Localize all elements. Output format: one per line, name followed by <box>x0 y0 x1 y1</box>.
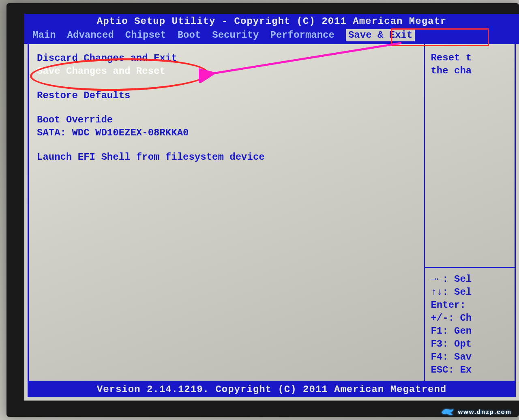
screen: Aptio Setup Utility - Copyright (C) 2011… <box>24 14 519 401</box>
right-pane: Reset t the cha →←: Sel ↑↓: Sel Enter: +… <box>425 44 515 381</box>
spacer <box>37 103 416 113</box>
tab-main[interactable]: Main <box>32 29 56 41</box>
spacer <box>37 78 416 89</box>
bios-title: Aptio Setup Utility - Copyright (C) 2011… <box>24 14 519 28</box>
help-key-line: →←: Sel <box>431 273 509 285</box>
help-description-line: the cha <box>431 65 509 77</box>
bios-body: Discard Changes and Exit Save Changes an… <box>28 43 516 382</box>
watermark: www.dnzp.com <box>441 407 512 416</box>
watermark-text: www.dnzp.com <box>458 408 512 415</box>
tab-performance[interactable]: Performance <box>270 29 334 41</box>
help-key-line: F4: Sav <box>431 351 509 363</box>
tab-save-exit[interactable]: Save & Exit <box>346 29 415 41</box>
tab-bar: Main Advanced Chipset Boot Security Perf… <box>24 28 519 44</box>
menu-launch-efi-shell[interactable]: Launch EFI Shell from filesystem device <box>37 151 416 163</box>
boot-override-device[interactable]: SATA: WDC WD10EZEX-08RKKA0 <box>37 127 416 139</box>
bios-footer: Version 2.14.1219. Copyright (C) 2011 Am… <box>28 382 516 397</box>
help-key-line: F3: Opt <box>431 338 509 350</box>
help-key-line: F1: Gen <box>431 325 509 337</box>
help-description-line: Reset t <box>431 52 509 64</box>
help-key-line: ↑↓: Sel <box>431 286 509 298</box>
dolphin-icon <box>441 407 455 416</box>
monitor-bezel: Aptio Setup Utility - Copyright (C) 2011… <box>6 3 519 417</box>
bios-root: Aptio Setup Utility - Copyright (C) 2011… <box>24 14 519 401</box>
menu-save-changes-reset[interactable]: Save Changes and Reset <box>37 65 416 77</box>
help-separator <box>425 267 515 268</box>
left-pane: Discard Changes and Exit Save Changes an… <box>29 44 425 381</box>
menu-restore-defaults[interactable]: Restore Defaults <box>37 90 416 102</box>
tab-security[interactable]: Security <box>212 29 259 41</box>
help-key-line: ESC: Ex <box>431 364 509 376</box>
tab-boot[interactable]: Boot <box>178 29 201 41</box>
spacer <box>37 140 416 150</box>
tab-advanced[interactable]: Advanced <box>67 29 114 41</box>
tab-chipset[interactable]: Chipset <box>125 29 166 41</box>
help-key-line: +/-: Ch <box>431 312 509 324</box>
boot-override-header: Boot Override <box>37 114 416 126</box>
menu-discard-changes-exit[interactable]: Discard Changes and Exit <box>37 52 416 64</box>
help-key-line: Enter: <box>431 299 509 311</box>
